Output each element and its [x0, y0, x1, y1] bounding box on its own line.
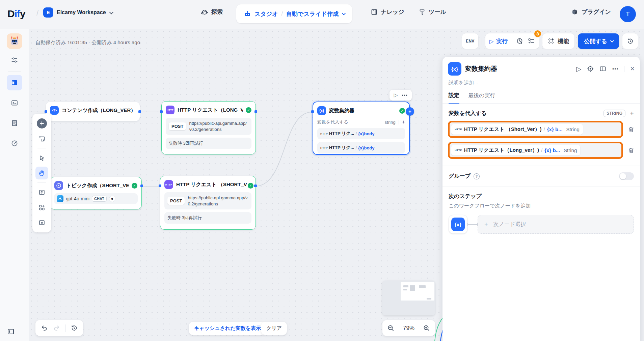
sidebar-item-api[interactable] — [7, 95, 22, 111]
workspace-name: Elcamy Workspace — [57, 9, 106, 16]
breadcrumb-slash: / — [36, 9, 38, 18]
variable-type: String — [564, 147, 577, 153]
port-topic-short-out[interactable] — [140, 184, 143, 187]
canvas-toolbar — [32, 114, 51, 232]
port-aggregator-in[interactable] — [311, 110, 314, 113]
variable-name: b... — [553, 147, 560, 153]
group-toggle[interactable] — [619, 172, 634, 180]
http-method-badge: POST — [169, 122, 186, 130]
hand-mode-button[interactable] — [35, 167, 48, 179]
node-title: HTTP リクエスト（LONG_VER） — [178, 107, 243, 113]
workspace-selector[interactable]: E Elcamy Workspace — [43, 7, 112, 18]
more-actions-icon[interactable]: ⋯ — [612, 65, 618, 73]
var-type: string — [385, 120, 396, 125]
node-http-long[interactable]: HTTP HTTP リクエスト（LONG_VER） ✓ POST https:/… — [161, 101, 256, 154]
current-app-icon[interactable] — [7, 33, 22, 49]
http-url: https://public-api.gamma.app/v0.2/genera… — [188, 195, 248, 207]
knowledge-label: ナレッジ — [381, 8, 404, 16]
plugins-label: プラグイン — [582, 8, 611, 16]
assign-label: 変数を代入する — [449, 110, 487, 117]
current-node-chip: {x} — [449, 215, 467, 234]
assign-section-header: 変数を代入する STRING + — [449, 110, 634, 117]
fit-view-button[interactable] — [35, 216, 48, 229]
node-topic-short[interactable]: トピック作成（SHORT_VER） ✓ gpt-4o-mini CHAT ◆ — [50, 177, 142, 209]
type-badge: STRING — [603, 110, 625, 117]
close-panel-icon[interactable]: × — [630, 64, 635, 73]
delete-variable-icon[interactable] — [628, 126, 635, 133]
nav-studio[interactable]: スタジオ — [254, 10, 278, 18]
add-variable-button[interactable]: + — [630, 110, 634, 117]
sidebar-item-monitoring[interactable] — [7, 136, 22, 151]
node-aggregator[interactable]: {x} 変数集約器 ✓ 変数を代入する string + HTTP HTTP リ… — [313, 102, 410, 155]
chevron-down-icon — [109, 10, 113, 14]
variable-aggregator-icon: {x} — [317, 106, 326, 115]
node-config-panel: {x} 変数集約器 ▷ ⋯ × 説明を追加... 設定 最後の実行 変数を代入す… — [442, 57, 640, 341]
port-http-long-out[interactable] — [254, 110, 257, 113]
nav-explore[interactable]: 探索 — [201, 8, 223, 16]
variable-row[interactable]: HTTP HTTP リクエスト（Long_ver）) / {x} b... St… — [450, 143, 621, 157]
node-content-long[interactable]: </> コンテンツ作成（LONG_VER） — [46, 102, 140, 121]
organize-blocks-button[interactable] — [35, 201, 48, 214]
run-node-icon[interactable]: ▷ — [394, 92, 398, 98]
http-request-summary: POST https://public-api.gamma.app/v0.2/g… — [164, 192, 251, 209]
help-icon[interactable]: ? — [474, 173, 480, 179]
app-settings-icon[interactable] — [7, 52, 22, 68]
robot-icon — [244, 10, 251, 18]
select-next-node-button[interactable]: + 次ノード選択 — [478, 215, 634, 234]
port-content-long-out[interactable] — [138, 110, 141, 113]
sidebar-item-orchestrate[interactable] — [7, 75, 22, 90]
app-name: 自動でスライド作成 — [286, 10, 339, 18]
variable-row-line: HTTP HTTP リクエスト （Short_Ver）) / {x} b... … — [448, 121, 635, 138]
panel-header: {x} 変数集約器 ▷ ⋯ × — [442, 57, 640, 78]
add-note-button[interactable] — [35, 132, 48, 145]
node-title: コンテンツ作成（LONG_VER） — [62, 107, 136, 114]
variable-name: body — [364, 145, 374, 150]
user-avatar[interactable]: T — [620, 6, 636, 22]
tab-settings[interactable]: 設定 — [449, 92, 459, 104]
variable-icon: {x} — [358, 131, 364, 136]
port-http-short-out[interactable] — [254, 184, 257, 187]
focus-node-icon[interactable] — [587, 65, 594, 72]
node-hover-toolbar: ▷ ⋯ — [390, 90, 412, 101]
port-http-long-in[interactable] — [160, 110, 163, 113]
highlight-annotation: HTTP HTTP リクエスト （Short_Ver）) / {x} b... … — [448, 121, 623, 138]
port-content-long-in[interactable] — [45, 110, 47, 113]
sidebar-item-logs[interactable] — [7, 115, 22, 131]
nav-knowledge[interactable]: ナレッジ — [371, 8, 404, 16]
port-http-short-in[interactable] — [159, 184, 161, 187]
pointer-mode-button[interactable] — [35, 151, 48, 164]
app-root: 自動保存済み 16:01:35 · 公開済み 4 hours ago </> コ… — [0, 0, 644, 341]
tab-last-run[interactable]: 最後の実行 — [468, 92, 495, 103]
divider — [624, 66, 624, 72]
collapse-sidebar-icon[interactable] — [7, 328, 15, 336]
export-button[interactable] — [35, 186, 48, 199]
retry-setting: 失敗時 3回再試行 — [164, 212, 251, 224]
studio-breadcrumb[interactable]: スタジオ / 自動でスライド作成 — [236, 4, 352, 23]
add-variable-icon[interactable]: + — [402, 119, 405, 125]
docs-icon[interactable] — [599, 65, 606, 72]
knowledge-icon — [371, 8, 378, 16]
group-setting-row: グループ ? — [449, 172, 634, 180]
aggregated-variable-row: HTTP HTTP リク... / {x}body — [317, 128, 405, 139]
node-title: 変数集約器 — [329, 108, 354, 114]
add-node-button[interactable] — [35, 117, 48, 130]
nav-plugins[interactable]: プラグイン — [571, 8, 611, 16]
variable-row[interactable]: HTTP HTTP リクエスト （Short_Ver）) / {x} b... … — [450, 122, 621, 136]
panel-tabs: 設定 最後の実行 — [442, 92, 640, 104]
plus-icon: + — [408, 109, 411, 114]
description-placeholder[interactable]: 説明を追加... — [449, 80, 634, 86]
aggregator-add-next-button[interactable]: + — [406, 107, 414, 116]
explore-icon — [201, 8, 208, 16]
source-node-name: HTTP リクエスト（Long_ver）) — [464, 147, 539, 153]
http-request-summary: POST https://public-api.gamma.app/v0.2/g… — [166, 118, 251, 135]
node-http-short[interactable]: HTTP HTTP リクエスト （SHORT_VER） ✓ POST https… — [160, 176, 256, 230]
http-url: https://public-api.gamma.app/v0.2/genera… — [189, 120, 248, 132]
success-check-icon: ✓ — [246, 107, 251, 113]
more-actions-icon[interactable]: ⋯ — [402, 92, 407, 99]
delete-variable-icon[interactable] — [628, 147, 635, 154]
openai-icon — [57, 195, 63, 202]
highlight-annotation: HTTP HTTP リクエスト（Long_ver）) / {x} b... St… — [448, 142, 623, 159]
nav-tools[interactable]: ツール — [419, 8, 446, 16]
toolbar-divider — [37, 182, 46, 183]
run-node-icon[interactable]: ▷ — [576, 65, 582, 73]
